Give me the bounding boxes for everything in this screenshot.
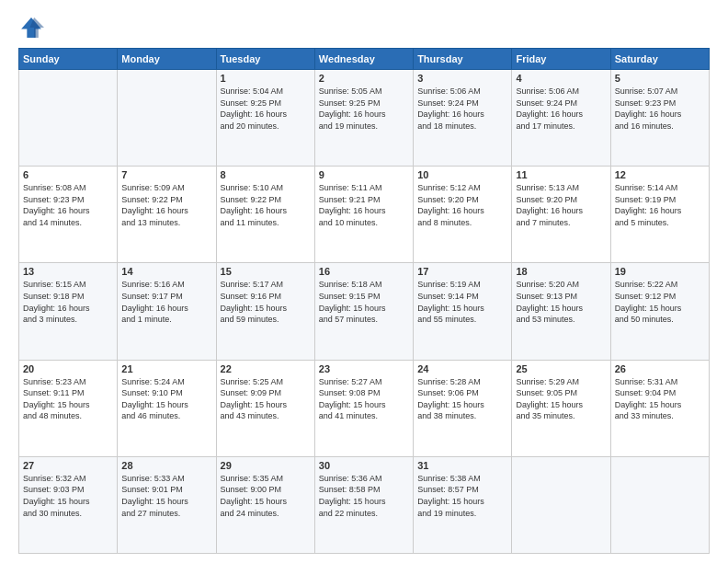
- day-info: Sunrise: 5:10 AM Sunset: 9:22 PM Dayligh…: [221, 182, 311, 228]
- day-number: 29: [221, 460, 311, 471]
- calendar-cell: 13Sunrise: 5:15 AM Sunset: 9:18 PM Dayli…: [19, 263, 118, 360]
- day-header-monday: Monday: [118, 49, 216, 70]
- day-info: Sunrise: 5:31 AM Sunset: 9:04 PM Dayligh…: [615, 376, 705, 422]
- day-info: Sunrise: 5:25 AM Sunset: 9:09 PM Dayligh…: [221, 376, 311, 422]
- day-info: Sunrise: 5:06 AM Sunset: 9:24 PM Dayligh…: [417, 86, 507, 132]
- day-number: 26: [615, 363, 705, 374]
- day-number: 3: [417, 73, 507, 84]
- week-row-1: 1Sunrise: 5:04 AM Sunset: 9:25 PM Daylig…: [19, 70, 710, 167]
- day-info: Sunrise: 5:17 AM Sunset: 9:16 PM Dayligh…: [221, 279, 311, 325]
- day-number: 19: [615, 266, 705, 277]
- day-number: 6: [23, 169, 113, 180]
- day-number: 9: [319, 169, 409, 180]
- day-header-friday: Friday: [512, 49, 610, 70]
- day-info: Sunrise: 5:38 AM Sunset: 8:57 PM Dayligh…: [417, 473, 507, 519]
- day-number: 21: [121, 363, 211, 374]
- day-number: 12: [615, 169, 705, 180]
- calendar-cell: 22Sunrise: 5:25 AM Sunset: 9:09 PM Dayli…: [216, 360, 314, 456]
- calendar-cell: 27Sunrise: 5:32 AM Sunset: 9:03 PM Dayli…: [19, 456, 118, 553]
- day-number: 1: [221, 73, 311, 84]
- week-row-4: 20Sunrise: 5:23 AM Sunset: 9:11 PM Dayli…: [19, 360, 710, 456]
- calendar-cell: 4Sunrise: 5:06 AM Sunset: 9:24 PM Daylig…: [512, 70, 610, 167]
- calendar-cell: 5Sunrise: 5:07 AM Sunset: 9:23 PM Daylig…: [610, 70, 709, 167]
- calendar-cell: 1Sunrise: 5:04 AM Sunset: 9:25 PM Daylig…: [216, 70, 314, 167]
- calendar-cell: [19, 70, 118, 167]
- calendar-cell: [512, 456, 610, 553]
- logo-icon: [18, 15, 44, 40]
- day-info: Sunrise: 5:13 AM Sunset: 9:20 PM Dayligh…: [516, 182, 606, 228]
- day-number: 14: [121, 266, 211, 277]
- calendar-cell: 7Sunrise: 5:09 AM Sunset: 9:22 PM Daylig…: [118, 167, 216, 263]
- day-number: 2: [319, 73, 409, 84]
- day-number: 8: [221, 169, 311, 180]
- calendar-cell: 23Sunrise: 5:27 AM Sunset: 9:08 PM Dayli…: [314, 360, 413, 456]
- calendar-cell: [118, 70, 216, 167]
- day-header-saturday: Saturday: [610, 49, 709, 70]
- calendar-cell: 21Sunrise: 5:24 AM Sunset: 9:10 PM Dayli…: [118, 360, 216, 456]
- day-info: Sunrise: 5:06 AM Sunset: 9:24 PM Dayligh…: [516, 86, 606, 132]
- day-number: 18: [516, 266, 606, 277]
- calendar-cell: 24Sunrise: 5:28 AM Sunset: 9:06 PM Dayli…: [414, 360, 512, 456]
- day-number: 5: [615, 73, 705, 84]
- week-row-3: 13Sunrise: 5:15 AM Sunset: 9:18 PM Dayli…: [19, 263, 710, 360]
- calendar-cell: 2Sunrise: 5:05 AM Sunset: 9:25 PM Daylig…: [314, 70, 413, 167]
- day-number: 24: [417, 363, 507, 374]
- calendar-cell: 26Sunrise: 5:31 AM Sunset: 9:04 PM Dayli…: [610, 360, 709, 456]
- day-number: 23: [319, 363, 409, 374]
- calendar-cell: 15Sunrise: 5:17 AM Sunset: 9:16 PM Dayli…: [216, 263, 314, 360]
- day-number: 28: [121, 460, 211, 471]
- day-info: Sunrise: 5:11 AM Sunset: 9:21 PM Dayligh…: [319, 182, 409, 228]
- day-number: 17: [417, 266, 507, 277]
- calendar-cell: 6Sunrise: 5:08 AM Sunset: 9:23 PM Daylig…: [19, 167, 118, 263]
- day-number: 11: [516, 169, 606, 180]
- calendar-cell: 8Sunrise: 5:10 AM Sunset: 9:22 PM Daylig…: [216, 167, 314, 263]
- day-info: Sunrise: 5:29 AM Sunset: 9:05 PM Dayligh…: [516, 376, 606, 422]
- day-info: Sunrise: 5:22 AM Sunset: 9:12 PM Dayligh…: [615, 279, 705, 325]
- day-info: Sunrise: 5:18 AM Sunset: 9:15 PM Dayligh…: [319, 279, 409, 325]
- day-info: Sunrise: 5:14 AM Sunset: 9:19 PM Dayligh…: [615, 182, 705, 228]
- day-number: 13: [23, 266, 113, 277]
- calendar-cell: 20Sunrise: 5:23 AM Sunset: 9:11 PM Dayli…: [19, 360, 118, 456]
- calendar-cell: [610, 456, 709, 553]
- day-number: 15: [221, 266, 311, 277]
- calendar-cell: 11Sunrise: 5:13 AM Sunset: 9:20 PM Dayli…: [512, 167, 610, 263]
- calendar-cell: 14Sunrise: 5:16 AM Sunset: 9:17 PM Dayli…: [118, 263, 216, 360]
- calendar-cell: 12Sunrise: 5:14 AM Sunset: 9:19 PM Dayli…: [610, 167, 709, 263]
- day-header-thursday: Thursday: [414, 49, 512, 70]
- day-info: Sunrise: 5:20 AM Sunset: 9:13 PM Dayligh…: [516, 279, 606, 325]
- day-info: Sunrise: 5:36 AM Sunset: 8:58 PM Dayligh…: [319, 473, 409, 519]
- page: SundayMondayTuesdayWednesdayThursdayFrid…: [0, 0, 728, 563]
- calendar-cell: 29Sunrise: 5:35 AM Sunset: 9:00 PM Dayli…: [216, 456, 314, 553]
- calendar-body: 1Sunrise: 5:04 AM Sunset: 9:25 PM Daylig…: [19, 70, 710, 554]
- day-number: 20: [23, 363, 113, 374]
- day-number: 22: [221, 363, 311, 374]
- calendar-cell: 30Sunrise: 5:36 AM Sunset: 8:58 PM Dayli…: [314, 456, 413, 553]
- day-info: Sunrise: 5:23 AM Sunset: 9:11 PM Dayligh…: [23, 376, 113, 422]
- day-header-tuesday: Tuesday: [216, 49, 314, 70]
- day-info: Sunrise: 5:28 AM Sunset: 9:06 PM Dayligh…: [417, 376, 507, 422]
- calendar-cell: 18Sunrise: 5:20 AM Sunset: 9:13 PM Dayli…: [512, 263, 610, 360]
- day-info: Sunrise: 5:08 AM Sunset: 9:23 PM Dayligh…: [23, 182, 113, 228]
- calendar-cell: 19Sunrise: 5:22 AM Sunset: 9:12 PM Dayli…: [610, 263, 709, 360]
- day-number: 27: [23, 460, 113, 471]
- day-info: Sunrise: 5:09 AM Sunset: 9:22 PM Dayligh…: [121, 182, 211, 228]
- day-info: Sunrise: 5:35 AM Sunset: 9:00 PM Dayligh…: [221, 473, 311, 519]
- calendar-cell: 28Sunrise: 5:33 AM Sunset: 9:01 PM Dayli…: [118, 456, 216, 553]
- day-info: Sunrise: 5:19 AM Sunset: 9:14 PM Dayligh…: [417, 279, 507, 325]
- day-number: 7: [121, 169, 211, 180]
- day-number: 16: [319, 266, 409, 277]
- calendar-cell: 9Sunrise: 5:11 AM Sunset: 9:21 PM Daylig…: [314, 167, 413, 263]
- calendar: SundayMondayTuesdayWednesdayThursdayFrid…: [18, 48, 710, 554]
- header: [18, 15, 710, 40]
- day-info: Sunrise: 5:04 AM Sunset: 9:25 PM Dayligh…: [221, 86, 311, 132]
- day-number: 30: [319, 460, 409, 471]
- calendar-cell: 25Sunrise: 5:29 AM Sunset: 9:05 PM Dayli…: [512, 360, 610, 456]
- day-info: Sunrise: 5:33 AM Sunset: 9:01 PM Dayligh…: [121, 473, 211, 519]
- calendar-cell: 31Sunrise: 5:38 AM Sunset: 8:57 PM Dayli…: [414, 456, 512, 553]
- calendar-cell: 17Sunrise: 5:19 AM Sunset: 9:14 PM Dayli…: [414, 263, 512, 360]
- calendar-header: SundayMondayTuesdayWednesdayThursdayFrid…: [19, 49, 710, 70]
- day-info: Sunrise: 5:05 AM Sunset: 9:25 PM Dayligh…: [319, 86, 409, 132]
- day-number: 4: [516, 73, 606, 84]
- day-number: 10: [417, 169, 507, 180]
- day-info: Sunrise: 5:07 AM Sunset: 9:23 PM Dayligh…: [615, 86, 705, 132]
